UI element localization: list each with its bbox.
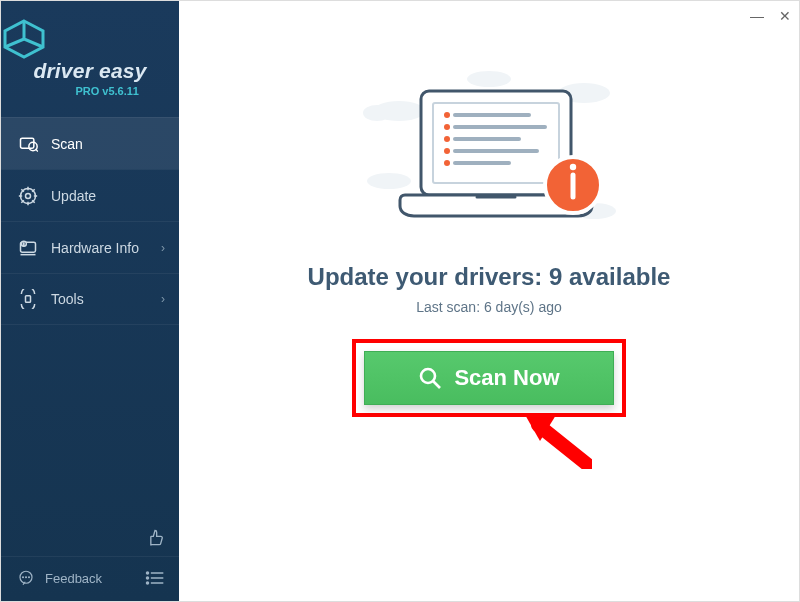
brand-block: driver easy PRO v5.6.11: [1, 1, 179, 111]
svg-point-33: [444, 136, 450, 142]
sidebar: driver easy PRO v5.6.11 ScanUpdateiHardw…: [1, 1, 179, 601]
headline: Update your drivers: 9 available: [308, 263, 671, 291]
svg-point-17: [147, 577, 149, 579]
available-count: 9: [549, 263, 562, 290]
svg-rect-10: [26, 296, 31, 303]
brand-name: driver easy: [1, 59, 179, 83]
scan-now-button[interactable]: Scan Now: [364, 351, 614, 405]
svg-point-13: [26, 577, 27, 578]
sidebar-item-label: Scan: [51, 136, 83, 152]
magnifier-icon: [418, 366, 442, 390]
sidebar-spacer: [1, 325, 179, 528]
svg-point-37: [444, 160, 450, 166]
sidebar-item-label: Hardware Info: [51, 240, 139, 256]
hardware-icon: i: [17, 237, 39, 259]
app-window: — ✕ driver easy PRO v5.6.11 ScanUpdateiH…: [0, 0, 800, 602]
svg-point-35: [444, 148, 450, 154]
svg-line-3: [36, 149, 39, 152]
scan-highlight-box: Scan Now: [352, 339, 626, 417]
sidebar-item-hardware-info[interactable]: iHardware Info›: [1, 221, 179, 273]
sidebar-quick-actions: [1, 528, 179, 556]
update-icon: [17, 185, 39, 207]
sidebar-item-label: Update: [51, 188, 96, 204]
feedback-label: Feedback: [45, 571, 102, 586]
svg-point-15: [147, 572, 149, 574]
brand-version: PRO v5.6.11: [1, 85, 179, 97]
sidebar-item-label: Tools: [51, 291, 84, 307]
close-button[interactable]: ✕: [771, 1, 799, 31]
list-icon[interactable]: [145, 569, 165, 587]
sidebar-item-scan[interactable]: Scan: [1, 117, 179, 169]
feedback-button[interactable]: Feedback: [1, 556, 179, 601]
speech-bubble-icon: [17, 569, 35, 587]
svg-point-22: [363, 105, 391, 121]
sidebar-item-tools[interactable]: Tools›: [1, 273, 179, 325]
svg-point-14: [29, 577, 30, 578]
scan-icon: [17, 133, 39, 155]
svg-point-43: [421, 369, 435, 383]
scan-now-label: Scan Now: [454, 365, 559, 391]
svg-text:i: i: [23, 241, 24, 246]
svg-point-24: [467, 71, 511, 87]
svg-point-19: [147, 582, 149, 584]
main-pane: Update your drivers: 9 available Last sc…: [179, 1, 799, 601]
annotation-arrow-icon: [522, 409, 592, 469]
last-scan-text: Last scan: 6 day(s) ago: [416, 299, 562, 315]
brand-logo-icon: [1, 19, 179, 59]
sidebar-item-update[interactable]: Update: [1, 169, 179, 221]
svg-point-25: [367, 173, 411, 189]
svg-point-31: [444, 124, 450, 130]
thumbs-up-icon[interactable]: [145, 528, 165, 548]
titlebar: — ✕: [743, 1, 799, 31]
sidebar-nav: ScanUpdateiHardware Info›Tools›: [1, 117, 179, 325]
minimize-button[interactable]: —: [743, 1, 771, 31]
chevron-right-icon: ›: [161, 241, 165, 255]
chevron-right-icon: ›: [161, 292, 165, 306]
svg-point-12: [23, 577, 24, 578]
laptop-illustration: [359, 71, 619, 241]
svg-point-5: [26, 193, 31, 198]
svg-line-44: [433, 381, 440, 388]
svg-point-42: [570, 164, 576, 170]
tools-icon: [17, 288, 39, 310]
svg-point-29: [444, 112, 450, 118]
